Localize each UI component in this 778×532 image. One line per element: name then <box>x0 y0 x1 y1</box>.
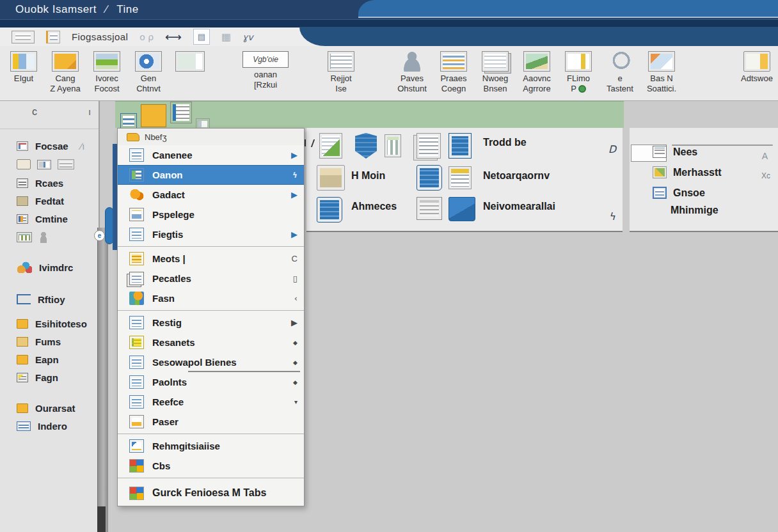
list-icon[interactable] <box>12 31 35 43</box>
sidebar-item-esihitoteso[interactable]: Esihitoteso <box>17 315 99 332</box>
menu-item-reefce[interactable]: Reefce ▾ <box>118 392 304 412</box>
sidebar-item-fedtat[interactable]: Fedtat <box>17 192 99 210</box>
sidebar-item-rftioy[interactable]: Rftioy <box>17 290 99 308</box>
menu-item-resanets[interactable]: Resanets ◆ <box>118 332 304 352</box>
doc-red-icon <box>129 395 144 409</box>
menu-item-restig[interactable]: Restig ▶ <box>118 313 304 332</box>
doc-import-icon[interactable] <box>319 133 342 159</box>
grid-icon[interactable]: ▦ <box>221 31 231 43</box>
menu-item-canenee[interactable]: Canenee ▶ <box>118 145 304 165</box>
menu-item-rehmgitsiaiise[interactable]: Rehmgitsiaiise <box>118 436 304 456</box>
ribbon-button-nwoeg[interactable]: NwoegBnsen <box>477 51 514 95</box>
menu-item-oanon-selected[interactable]: Oanon ϟ <box>118 165 304 185</box>
lightning-glyph: ϟ <box>610 211 616 223</box>
camera-icon[interactable] <box>17 159 31 169</box>
menu-item-cbs[interactable]: Cbs <box>118 456 304 476</box>
card-icon[interactable] <box>37 160 51 169</box>
ribbon-tab-backdrop <box>299 27 778 46</box>
ribbon-label2: Agrrore <box>523 84 550 94</box>
sidebar-item-cmtine[interactable]: Cmtine <box>17 210 99 228</box>
envelope-icon[interactable] <box>58 159 74 169</box>
ribbon-button-paves[interactable]: PavesOhstunt <box>393 51 431 95</box>
vertical-scrollbar[interactable] <box>97 228 108 532</box>
sidebar-item-ourarsat[interactable]: Ourarsat <box>17 399 99 417</box>
ribbon-button-boxed[interactable]: Vgb'oie oanan[Rzkui <box>242 51 289 91</box>
flag-list-icon[interactable] <box>46 31 60 43</box>
sidebar-item-eapn[interactable]: Eapn <box>17 350 99 368</box>
shield-doc-icon[interactable] <box>355 133 377 159</box>
submenu-arrow-icon: ▶ <box>291 190 298 199</box>
resize-arrow-icon[interactable]: ⟷ <box>165 30 182 43</box>
panel-icon <box>175 51 205 72</box>
menu-item-pecatles[interactable]: Pecatles ▯ <box>118 269 304 288</box>
scrollbar-shadow <box>97 506 106 532</box>
yellow-note-icon <box>129 252 144 265</box>
gallery-item-ahmeces[interactable]: Ahmeces <box>351 201 397 212</box>
ribbon-button-panel[interactable] <box>171 51 209 72</box>
ribbon-button-ivorec[interactable]: IvorecFocost <box>88 51 125 95</box>
blue-book-icon[interactable] <box>317 197 342 223</box>
ribbon-button-rejjot[interactable]: RejjotIse <box>322 51 360 95</box>
ribbon-button-e[interactable]: eTastent <box>601 51 639 95</box>
table-button[interactable]: ▤ <box>193 29 210 45</box>
printer-icon[interactable] <box>417 197 442 220</box>
gallery-item-netoarqaornv[interactable]: Netoarqaornv <box>483 170 550 182</box>
ribbon-button-bas[interactable]: Bas NSoattici. <box>643 51 680 95</box>
menu-item-paolnts[interactable]: Paolnts ◆ <box>118 372 304 392</box>
sync-icon[interactable]: e <box>94 230 105 241</box>
building-icon[interactable] <box>385 134 401 157</box>
printer-icon[interactable] <box>17 232 32 242</box>
right-item-gnsoe[interactable]: Gnsoe <box>653 187 705 199</box>
open-folder-icon[interactable] <box>141 104 166 127</box>
collapse-icon[interactable]: ᴄ <box>32 106 37 118</box>
sidebar-item-indero[interactable]: Indero <box>17 417 99 435</box>
ribbon-button-aaovnc[interactable]: AaovncAgrrore <box>518 51 555 95</box>
sidebar-item-fums[interactable]: Fums <box>17 332 99 350</box>
list-icon[interactable] <box>120 113 137 129</box>
menu-item-fasn[interactable]: Fasn ‹ <box>118 288 304 308</box>
ribbon-button-adtswoe[interactable]: Adtswoe <box>738 51 775 84</box>
menu-item-fiegtis[interactable]: Fiegtis ▶ <box>118 224 304 244</box>
sidebar-item-ivimdrc[interactable]: Ivimdrc <box>17 258 99 276</box>
window-grid-icon <box>10 51 37 72</box>
right-item-merhasstt[interactable]: Merhasstt <box>653 166 722 178</box>
blue-folder-icon[interactable] <box>449 197 475 221</box>
gallery-item-moin[interactable]: H Moin <box>351 170 385 182</box>
gallery-item-neivomearallai[interactable]: Neivomearallai <box>483 201 555 212</box>
image-icon <box>648 51 675 72</box>
menu-item-meots[interactable]: Meots | C <box>118 249 304 269</box>
sidebar-item-rcaes[interactable]: Rcaes <box>17 174 99 192</box>
pages-stack-icon[interactable] <box>417 133 441 159</box>
open-box-icon[interactable] <box>317 165 345 191</box>
menu-item-paser[interactable]: Paser <box>118 412 304 432</box>
gallery-item-trodd[interactable]: Trodd be <box>483 137 527 148</box>
panel-icon[interactable] <box>170 102 192 123</box>
blue-book-icon[interactable] <box>417 165 442 191</box>
ribbon-button-eigut[interactable]: EIgut <box>5 51 42 84</box>
menu-item-label: Reefce <box>152 396 294 407</box>
menu-item-sesowapol[interactable]: Sesowapol Bienes ◆ <box>118 352 304 372</box>
menu-item-gurck-tabs[interactable]: Gurck Fenioesa M Tabs <box>118 480 304 506</box>
ribbon-button-cang[interactable]: CangZ Ayena <box>47 51 84 95</box>
menu-divider <box>118 478 304 478</box>
table-icon <box>17 214 28 224</box>
blue-doc-icon[interactable] <box>449 133 472 159</box>
ribbon-button-gen[interactable]: GenChtnvt <box>130 51 167 95</box>
ribbon-label: Adtswoe <box>741 74 773 84</box>
menu-item-pspelege[interactable]: Pspelege <box>118 205 304 224</box>
ribbon-button-praaes[interactable]: PraaesCoegn <box>435 51 472 95</box>
selection-band <box>115 101 624 128</box>
title-bar: Ouobk Isamsert∕Tine <box>0 0 778 19</box>
sidebar-item-focsae[interactable]: Focsae ∕ı <box>17 137 99 155</box>
person-icon[interactable] <box>38 231 49 243</box>
right-item-nees[interactable]: Nees <box>653 146 697 158</box>
submenu-arrow-icon: ▶ <box>291 150 298 160</box>
menu-item-label: Rehmgitsiaiise <box>152 441 298 451</box>
ribbon-button-flimo[interactable]: FLimo P <box>560 51 597 95</box>
flag-doc-icon[interactable] <box>449 166 472 189</box>
ribbon-label2: Bnsen <box>484 84 507 94</box>
right-item-mhinmige[interactable]: Mhinmige <box>671 205 718 216</box>
menu-item-gadact[interactable]: Gadact ▶ <box>118 185 304 205</box>
sidebar-item-fagn[interactable]: Fagn <box>17 368 99 386</box>
insert-gallery: Trodd be D H Moin Netoarqaornv Ahmeces N… <box>306 128 623 232</box>
